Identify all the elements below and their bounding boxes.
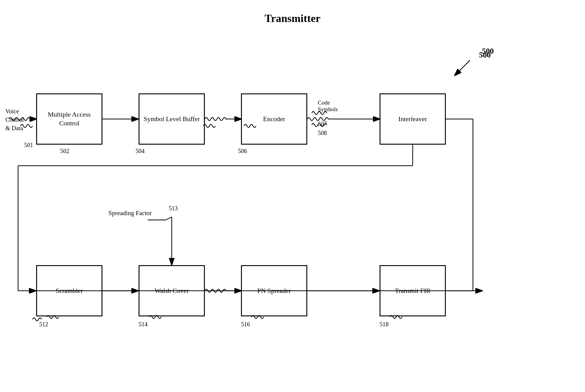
multiple-access-control-block: Multiple Access Control: [36, 93, 102, 145]
ref-514: 514: [139, 321, 148, 328]
ref-506: 506: [238, 148, 247, 155]
scrambler-block: Scrambler: [36, 265, 102, 316]
ref-513: 513: [169, 205, 178, 212]
ref-501: 501: [24, 142, 33, 149]
encoder-block: Encoder: [241, 93, 307, 145]
pn-spreader-block: PN Spreader: [241, 265, 307, 316]
code-symbols-label: CodeSymbols: [318, 99, 338, 113]
diagram-arrows: [0, 0, 585, 392]
ref-516: 516: [241, 321, 250, 328]
ref-502: 502: [60, 148, 69, 155]
walsh-cover-block: Walsh Cover: [139, 265, 205, 316]
diagram-container: Transmitter 500 Multiple Access Control …: [0, 0, 585, 392]
ref-508: 508: [318, 130, 327, 136]
symbol-level-buffer-block: Symbol Level Buffer: [139, 93, 205, 145]
ref-512: 512: [39, 321, 48, 328]
spreading-factor-label: Spreading Factor: [108, 209, 152, 217]
page-title: Transmitter: [264, 12, 320, 25]
svg-line-16: [166, 217, 172, 220]
ref-500-large: 500: [479, 51, 491, 60]
ref-507: 507: [318, 121, 327, 127]
voice-control-data-label: VoiceControl& Data: [5, 107, 24, 132]
svg-line-17: [455, 60, 470, 75]
transmit-fir-block: Transmit FIR: [380, 265, 446, 316]
ref-518: 518: [380, 321, 389, 328]
ref-504: 504: [136, 148, 145, 155]
interleaver-block: Interleaver: [380, 93, 446, 145]
